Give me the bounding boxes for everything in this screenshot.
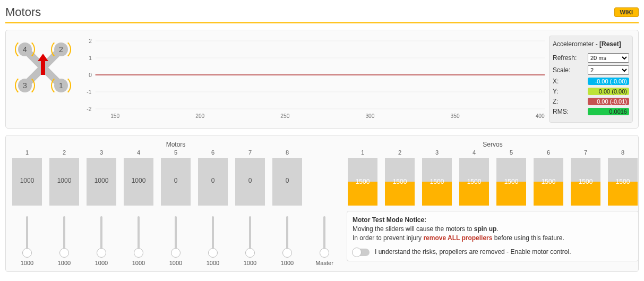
- y-value: 0.00 (0.00): [588, 88, 629, 95]
- motor-bar-8: 8 0: [271, 149, 303, 206]
- x-value: -0.00 (-0.00): [588, 78, 629, 85]
- motor-1-icon: 1: [54, 79, 68, 92]
- motor-slider-7[interactable]: 1000: [234, 216, 266, 266]
- refresh-select[interactable]: 20 ms: [588, 53, 629, 63]
- motor-slider-5[interactable]: 1000: [160, 216, 192, 266]
- motor-slider-3[interactable]: 1000: [85, 216, 117, 266]
- servo-bar-1: 1 1500: [347, 149, 379, 206]
- motor-bar-3: 3 1000: [85, 149, 117, 206]
- motor-4-icon: 4: [18, 42, 32, 56]
- enable-motor-control-toggle[interactable]: [353, 249, 370, 256]
- scale-label: Scale:: [553, 66, 570, 74]
- motor-bar-6: 6 0: [197, 149, 229, 206]
- svg-text:2: 2: [89, 38, 92, 44]
- z-label: Z:: [553, 98, 559, 105]
- servo-bar-6: 6 1500: [533, 149, 564, 206]
- accelerometer-panel: Accelerometer - [Reset] Refresh: 20 ms S…: [549, 36, 633, 123]
- svg-text:150: 150: [110, 113, 119, 119]
- servo-bar-4: 4 1500: [458, 149, 490, 206]
- accel-reset-button[interactable]: [Reset]: [599, 40, 621, 48]
- motor-bar-4: 4 1000: [123, 149, 154, 206]
- motor-slider-8[interactable]: 1000: [271, 216, 303, 266]
- svg-text:400: 400: [536, 113, 545, 119]
- svg-text:250: 250: [280, 113, 289, 119]
- z-value: 0.00 (-0.01): [588, 98, 629, 105]
- title-rule: [5, 22, 639, 23]
- wiki-button[interactable]: WIKI: [614, 7, 639, 17]
- servo-bar-2: 2 1500: [384, 149, 416, 206]
- x-label: X:: [553, 78, 559, 85]
- servos-title: Servos: [347, 141, 639, 148]
- servos-block: Servos 1 1500 2 1500 3 1500 4 1500 5 150…: [347, 141, 639, 266]
- motor-bar-1: 1 1000: [11, 149, 43, 206]
- bottom-panel: Motors 1 1000 2 1000 3 1000 4 1000 5 0 6…: [5, 135, 639, 272]
- servo-bar-8: 8 1500: [607, 149, 639, 206]
- motor-test-notice: Motor Test Mode Notice: Moving the slide…: [347, 211, 639, 261]
- motor-slider-2[interactable]: 1000: [48, 216, 80, 266]
- motor-slider-6[interactable]: 1000: [197, 216, 229, 266]
- notice-title: Motor Test Mode Notice:: [353, 216, 633, 225]
- refresh-label: Refresh:: [553, 54, 577, 62]
- top-panel: 4 2 3 1 2 1 0 -1 -2 150 200 250 300 350 …: [5, 30, 639, 129]
- motor-layout-diagram: 4 2 3 1: [11, 36, 75, 99]
- motor-bar-5: 5 0: [160, 149, 192, 206]
- svg-text:0: 0: [89, 72, 92, 78]
- svg-text:200: 200: [195, 113, 204, 119]
- svg-text:350: 350: [451, 113, 460, 119]
- accel-title: Accelerometer -: [553, 40, 599, 48]
- forward-arrow-icon: [41, 60, 45, 75]
- svg-text:-1: -1: [87, 89, 91, 95]
- servo-bar-7: 7 1500: [570, 149, 602, 206]
- svg-text:-2: -2: [87, 106, 91, 112]
- motor-slider-1[interactable]: 1000: [11, 216, 43, 266]
- scale-select[interactable]: 2: [588, 65, 629, 75]
- motor-bar-7: 7 0: [234, 149, 266, 206]
- enable-motor-control-label: I understand the risks, propellers are r…: [375, 248, 571, 257]
- servo-bar-3: 3 1500: [421, 149, 453, 206]
- svg-text:1: 1: [89, 55, 92, 61]
- svg-text:300: 300: [365, 113, 374, 119]
- rms-label: RMS:: [553, 108, 569, 115]
- servo-bar-5: 5 1500: [495, 149, 527, 206]
- motor-2-icon: 2: [54, 42, 68, 56]
- rms-value: 0.0016: [588, 108, 629, 115]
- accelerometer-chart: 2 1 0 -1 -2 150 200 250 300 350 400: [79, 36, 545, 121]
- motors-block: Motors 1 1000 2 1000 3 1000 4 1000 5 0 6…: [11, 141, 340, 266]
- motors-title: Motors: [11, 141, 340, 148]
- y-label: Y:: [553, 88, 559, 95]
- page-title: Motors: [5, 5, 41, 19]
- motor-3-icon: 3: [18, 79, 32, 92]
- master-slider[interactable]: Master: [308, 216, 340, 266]
- motor-bar-2: 2 1000: [48, 149, 80, 206]
- motor-slider-4[interactable]: 1000: [123, 216, 154, 266]
